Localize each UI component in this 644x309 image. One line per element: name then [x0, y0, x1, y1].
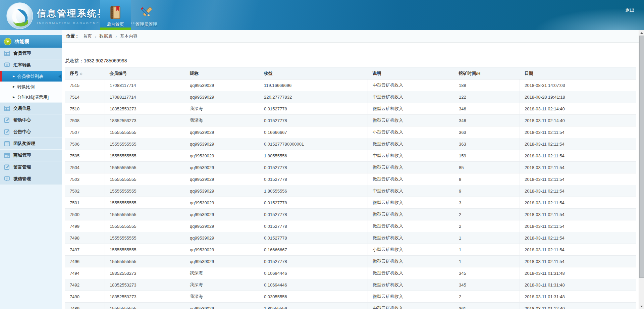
sidebar-subitem[interactable]: ▶转换比例: [0, 82, 62, 92]
cell-description: 中型云矿机收入: [368, 80, 454, 91]
scroll-down-button[interactable]: [639, 304, 644, 309]
cell-id: 7490: [65, 291, 105, 303]
caret-right-icon: ▶: [13, 75, 15, 78]
cell-description: 微型云矿机收入: [368, 291, 454, 303]
edit-icon: [4, 129, 10, 135]
cell-mining-time: 345: [454, 279, 520, 291]
cell-id: 7497: [65, 244, 105, 256]
cell-nickname: qq99539029: [185, 185, 259, 197]
cell-mining-time: 122: [454, 91, 520, 103]
cell-date: 2018-03-11 01:31:48: [520, 267, 636, 279]
cell-nickname: qq99539029: [185, 220, 259, 232]
sidebar-item[interactable]: 团队奖管理: [0, 138, 62, 150]
grid-icon: [4, 105, 10, 111]
cell-mining-time: 2: [454, 209, 520, 220]
scrollbar-thumb[interactable]: [639, 36, 644, 278]
sidebar-subitem[interactable]: ▶分时K线[演示用]: [0, 92, 62, 102]
table-row: 749615555555555qq995390290.01527778微型云矿机…: [65, 256, 636, 267]
sort-icon: ◇: [80, 72, 83, 75]
main-layout: 功能欄 會員管理汇率转换▶会员收益列表▶转换比例▶分时K线[演示用]交易信息帮助…: [0, 30, 644, 309]
cell-date: 2018-03-11 02:14:40: [520, 115, 636, 126]
cell-date: 2018-03-11 01:31:48: [520, 279, 636, 291]
breadcrumb-item-home[interactable]: 首页: [83, 33, 92, 39]
cell-member-no: 15555555555: [105, 173, 185, 185]
sidebar-item[interactable]: 留言管理: [0, 161, 62, 173]
cell-nickname: qq99539029: [185, 173, 259, 185]
cell-member-no: 17088117714: [105, 80, 185, 91]
sidebar-item[interactable]: 帮助中心: [0, 114, 62, 126]
cell-mining-time: 1: [454, 232, 520, 244]
cell-mining-time: 9: [454, 173, 520, 185]
tab-backend-home[interactable]: 后台首页: [100, 0, 131, 30]
cell-income: 0.01527778: [259, 232, 368, 244]
sidebar-item-label: 微信管理: [13, 176, 31, 182]
sidebar-item[interactable]: 公告中心: [0, 126, 62, 138]
table-row: 750015555555555qq995390290.01527778微型云矿机…: [65, 209, 636, 220]
cell-nickname: qq99539029: [185, 80, 259, 91]
cell-date: 2018-03-11 02:11:54: [520, 256, 636, 267]
sidebar-item[interactable]: 汇率转换: [0, 59, 62, 71]
cell-income: 1.80555556: [259, 185, 368, 197]
sidebar-item-label: 帮助中心: [13, 117, 31, 123]
cell-description: 微型云矿机收入: [368, 279, 454, 291]
table-row: 748915555555555qq995390291.80555556中型云矿机…: [65, 303, 636, 309]
cell-member-no: 15555555555: [105, 150, 185, 162]
cell-nickname: 我深海: [185, 267, 259, 279]
vertical-scrollbar[interactable]: [639, 30, 644, 309]
total-income-value: 1632.902785069998: [84, 58, 127, 63]
cell-description: 微型云矿机收入: [368, 173, 454, 185]
tab-label: 后台首页: [107, 21, 124, 28]
breadcrumb-item-datatable[interactable]: 数据表: [99, 33, 112, 39]
cell-date: 2018-03-11 01:31:48: [520, 291, 636, 303]
tab-admin-management[interactable]: 管理员管理: [131, 0, 162, 30]
sidebar-item[interactable]: 商城管理: [0, 150, 62, 161]
cell-id: 7489: [65, 303, 105, 309]
scroll-up-button[interactable]: [639, 30, 644, 36]
sidebar-item[interactable]: 微信管理: [0, 173, 62, 185]
calendar-icon: [4, 152, 10, 158]
breadcrumb-separator: ›: [95, 34, 96, 39]
column-header[interactable]: 序号◇: [65, 67, 105, 80]
cell-income: 0.01527778: [259, 103, 368, 115]
cell-date: 2018-03-11 02:11:54: [520, 244, 636, 256]
cell-nickname: qq99539029: [185, 232, 259, 244]
table-row: 751417088117714qq99539029220.27777832中型云…: [65, 91, 636, 103]
cell-member-no: 15555555555: [105, 197, 185, 209]
sidebar-item-label: 汇率转换: [13, 62, 31, 68]
cell-mining-time: 346: [454, 115, 520, 126]
cell-mining-time: 1: [454, 256, 520, 267]
sidebar-item[interactable]: 會員管理: [0, 48, 62, 59]
cell-mining-time: 2: [454, 220, 520, 232]
sidebar-item[interactable]: 交易信息: [0, 103, 62, 114]
table-row: 749018352553273我深海0.03055556微型云矿机收入22018…: [65, 291, 636, 303]
cell-nickname: qq99539029: [185, 209, 259, 220]
cell-member-no: 15555555555: [105, 209, 185, 220]
cell-date: 2018-03-11 01:12:40: [520, 303, 636, 309]
cell-id: 7499: [65, 220, 105, 232]
breadcrumb-item-basic-content[interactable]: 基本内容: [120, 33, 138, 39]
cell-id: 7494: [65, 267, 105, 279]
table-row: 750115555555555qq995390290.01527778微型云矿机…: [65, 197, 636, 209]
cell-id: 7501: [65, 197, 105, 209]
table-row: 750315555555555qq995390290.01527778微型云矿机…: [65, 173, 636, 185]
edit-icon: [4, 164, 10, 170]
table-row: 751018352553273我深海0.01527778微型云矿机收入34620…: [65, 103, 636, 115]
app-header: 信息管理系统界面 INFORMATION MANAGEMENT SYSTEM G…: [0, 0, 644, 30]
cell-id: 7506: [65, 138, 105, 150]
table-row: 749815555555555qq995390290.01527778微型云矿机…: [65, 232, 636, 244]
cell-description: 微型云矿机收入: [368, 267, 454, 279]
cell-date: 2018-03-11 02:11:54: [520, 232, 636, 244]
cell-nickname: qq99539029: [185, 162, 259, 173]
table-row: 749218352553273我深海0.10694446微型云矿机收入34520…: [65, 279, 636, 291]
logout-button[interactable]: 退出: [625, 7, 635, 13]
cell-member-no: 18352553273: [105, 279, 185, 291]
sidebar-section-header[interactable]: 功能欄: [0, 35, 62, 48]
cell-income: 0.01527778: [259, 197, 368, 209]
table-row: 750415555555555qq995390290.01527778微型云矿机…: [65, 162, 636, 173]
cell-income: 0.01527778: [259, 220, 368, 232]
cell-nickname: qq99539029: [185, 303, 259, 309]
sidebar-subitem[interactable]: ▶会员收益列表: [0, 71, 62, 82]
cell-date: 2018-03-11 02:11:54: [520, 185, 636, 197]
cell-member-no: 18352553273: [105, 267, 185, 279]
cell-income: 0.01527778: [259, 162, 368, 173]
